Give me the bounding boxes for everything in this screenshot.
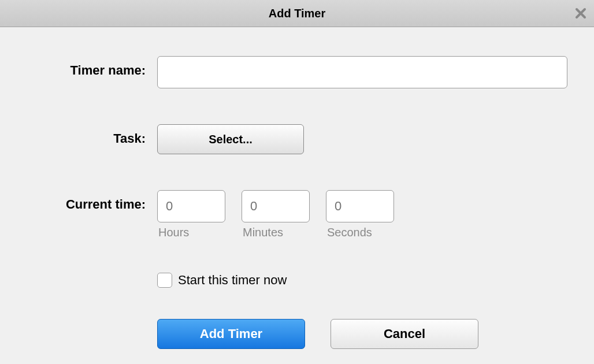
seconds-label: Seconds — [326, 226, 394, 239]
current-time-row: Current time: Hours Minutes Seconds — [23, 190, 571, 239]
dialog-title: Add Timer — [269, 7, 326, 20]
close-icon[interactable] — [572, 5, 589, 22]
hours-input[interactable] — [157, 190, 225, 222]
timer-name-label: Timer name: — [70, 63, 146, 77]
task-select-button[interactable]: Select... — [157, 124, 304, 154]
dialog-titlebar: Add Timer — [0, 0, 594, 27]
start-now-checkbox[interactable] — [157, 273, 172, 288]
timer-name-input[interactable] — [157, 56, 567, 88]
minutes-group: Minutes — [242, 190, 310, 239]
seconds-input[interactable] — [326, 190, 394, 222]
task-row: Task: Select... — [23, 124, 571, 154]
add-timer-button[interactable]: Add Timer — [157, 319, 305, 349]
start-now-row: Start this timer now — [23, 270, 571, 288]
hours-label: Hours — [157, 226, 225, 239]
seconds-group: Seconds — [326, 190, 394, 239]
dialog-content: Timer name: Task: Select... Current time… — [0, 27, 594, 364]
minutes-label: Minutes — [242, 226, 310, 239]
task-label: Task: — [113, 131, 146, 146]
start-now-label: Start this timer now — [178, 273, 287, 288]
actions-row: Add Timer Cancel — [23, 319, 571, 349]
start-now-container[interactable]: Start this timer now — [157, 270, 571, 288]
minutes-input[interactable] — [242, 190, 310, 222]
hours-group: Hours — [157, 190, 225, 239]
cancel-button[interactable]: Cancel — [331, 319, 478, 349]
action-buttons: Add Timer Cancel — [157, 319, 571, 349]
time-inputs-group: Hours Minutes Seconds — [157, 190, 571, 239]
current-time-label: Current time: — [66, 197, 146, 211]
timer-name-row: Timer name: — [23, 56, 571, 88]
